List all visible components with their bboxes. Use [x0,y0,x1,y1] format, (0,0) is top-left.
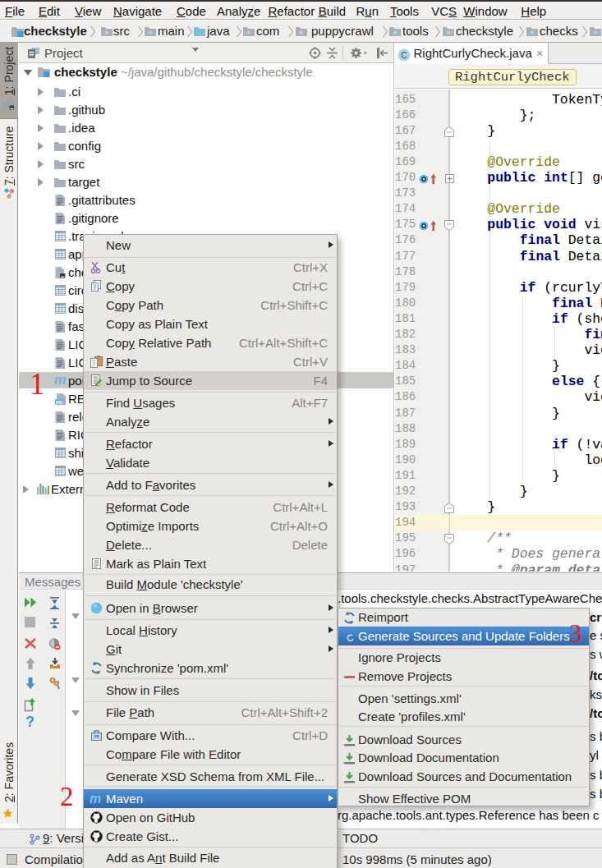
svg-text:C: C [401,51,407,60]
svg-text:MD: MD [56,399,62,404]
